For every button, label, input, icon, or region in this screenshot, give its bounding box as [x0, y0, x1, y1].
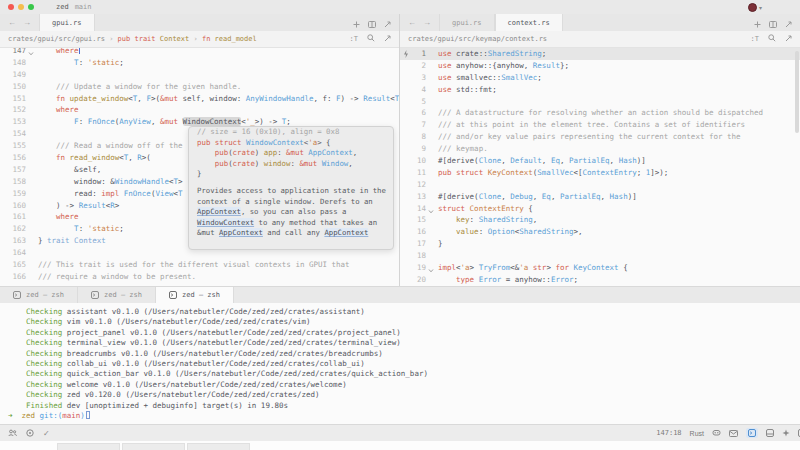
breadcrumb[interactable]: crates/gpui/src/gpui.rs › pub trait Cont… [8, 35, 257, 43]
collab-panel-icon[interactable] [8, 429, 17, 437]
code-text: where [38, 104, 399, 116]
code-line[interactable]: 151 fn update_window<T, F>(&mut self, wi… [0, 93, 399, 105]
screen-share-icon[interactable] [26, 429, 34, 437]
expand-toolbar-icon[interactable] [785, 35, 792, 44]
code-token: for [555, 263, 573, 272]
code-token: > [178, 177, 183, 186]
code-token: crates/gpui/src/gpui.rs [8, 35, 105, 43]
breadcrumb[interactable]: crates/gpui/src/keymap/context.rs [408, 35, 547, 43]
code-line[interactable]: 165/// This trait is used for the differ… [0, 259, 399, 271]
line-number: 152 [0, 104, 26, 116]
minimize-button[interactable] [18, 4, 24, 10]
code-line[interactable]: 2use anyhow::{anyhow, Result}; [400, 60, 800, 72]
split-pane-icon[interactable] [769, 14, 777, 32]
new-tab-icon[interactable] [353, 14, 360, 32]
code-line[interactable]: 3use smallvec::SmallVec; [400, 72, 800, 84]
code-line[interactable]: 166/// require a window to be present. [0, 271, 399, 283]
chevron-down-icon[interactable]: ▾ [759, 4, 762, 11]
dock-panel-icon[interactable] [766, 429, 774, 437]
code-token: #[derive( [438, 192, 479, 201]
split-pane-icon[interactable] [368, 14, 376, 32]
scrollbar-thumb[interactable] [795, 51, 799, 133]
code-line[interactable]: 17} [400, 238, 800, 250]
code-line[interactable]: 20 type Error = anyhow::Error; [400, 274, 800, 286]
code-line[interactable]: 1use crate::SharedString; [400, 48, 800, 60]
code-line[interactable]: 147 where [0, 48, 399, 57]
code-text: } [438, 238, 800, 250]
zoom-pane-icon[interactable] [384, 14, 391, 32]
code-token: › [105, 35, 118, 43]
code-line[interactable]: 13#[derive(Clone, Debug, Eq, PartialEq, … [400, 191, 800, 203]
terminal-output[interactable]: Checking assistant v0.1.0 (/Users/natebu… [0, 303, 800, 424]
terminal-tab-1[interactable]: zed — zsh [0, 287, 78, 303]
doc-link[interactable]: AppContext [219, 228, 263, 237]
search-icon[interactable] [768, 34, 776, 44]
terminal-tab-2[interactable]: zed — zsh [78, 287, 156, 303]
line-number: 2 [400, 60, 426, 72]
close-button[interactable] [8, 4, 14, 10]
code-line[interactable]: 150 /// Update a window for the given ha… [0, 81, 399, 93]
terminal-prompt[interactable]: ➜ zed git:(main) [8, 411, 800, 421]
maximize-button[interactable] [28, 4, 34, 10]
code-editor-right[interactable]: 1use crate::SharedString;2use anyhow::{a… [400, 48, 800, 286]
nav-forward-icon[interactable]: → [423, 18, 431, 27]
code-token: Result [533, 61, 560, 70]
terminal-tab-3[interactable]: zed — zsh [156, 287, 234, 303]
code-line[interactable]: 149 [0, 69, 399, 81]
code-token: : [79, 117, 88, 126]
code-line[interactable]: 5 [400, 96, 800, 108]
code-token: ; [542, 49, 547, 58]
code-token: ContextEntry [470, 204, 524, 213]
code-line[interactable]: 19impl<'a> TryFrom<&'a str> for KeyConte… [400, 262, 800, 274]
code-line[interactable]: 18 [400, 250, 800, 262]
new-tab-icon[interactable] [754, 14, 761, 32]
code-line[interactable]: 9/// keymap. [400, 143, 800, 155]
code-token: F [38, 117, 79, 126]
line-number: 16 [400, 226, 426, 238]
nav-back-icon[interactable]: ← [8, 18, 16, 27]
search-icon[interactable] [367, 34, 375, 44]
code-line[interactable]: 6/// A datastructure for resolving wheth… [400, 107, 800, 119]
code-token: ; [286, 117, 291, 126]
code-token: >( [151, 94, 160, 103]
code-line[interactable]: 148 T: 'static; [0, 57, 399, 69]
assistant-icon[interactable] [782, 429, 790, 437]
code-line[interactable]: 10#[derive(Clone, Default, Eq, PartialEq… [400, 155, 800, 167]
selection-tool-icon[interactable]: :T [350, 35, 358, 43]
code-line[interactable]: 12 [400, 179, 800, 191]
code-token: T [38, 224, 79, 233]
terminal-panel-icon[interactable] [746, 428, 758, 438]
doc-link[interactable]: WindowContext [197, 218, 254, 227]
nav-forward-icon[interactable]: → [23, 18, 31, 27]
code-line[interactable]: 16 value: Option<SharedString>, [400, 226, 800, 238]
doc-link[interactable]: AppContext [197, 207, 241, 216]
code-line[interactable]: 152 where [0, 104, 399, 116]
tab-context-rs[interactable]: context.rs [495, 14, 563, 31]
code-line[interactable]: 15 key: SharedString, [400, 214, 800, 226]
code-token: vim v0.1.0 (/Users/natebutler/Code/zed/z… [62, 317, 310, 326]
line-number: 157 [0, 164, 26, 176]
code-line[interactable]: 4use std::fmt; [400, 84, 800, 96]
zoom-pane-icon[interactable] [785, 14, 792, 32]
tab-gpui-rs[interactable]: gpui.rs [39, 14, 95, 31]
expand-toolbar-icon[interactable] [384, 35, 391, 44]
code-token: &mut [160, 94, 183, 103]
doc-link[interactable]: AppContext [324, 228, 368, 237]
code-line[interactable]: 8/// and/or key value pairs representing… [400, 131, 800, 143]
feedback-icon[interactable] [729, 430, 738, 437]
code-text: use anyhow::{anyhow, Result}; [438, 60, 800, 72]
code-token: > { [317, 138, 330, 147]
diagnostics-ok-icon[interactable]: ✓ [43, 429, 50, 438]
code-line[interactable]: 11pub struct KeyContext(SmallVec<[Contex… [400, 167, 800, 179]
code-line[interactable]: 7/// at this point in the element tree. … [400, 119, 800, 131]
cursor-position[interactable]: 147:18 [656, 429, 681, 437]
nav-back-icon[interactable]: ← [408, 18, 416, 27]
language-indicator[interactable]: Rust [690, 430, 704, 437]
code-line[interactable]: 14struct ContextEntry { [400, 203, 800, 215]
copilot-icon[interactable] [712, 429, 721, 437]
code-token: impl [101, 189, 124, 198]
selection-tool-icon[interactable]: :T [751, 35, 759, 43]
tab-gpui-rs-right[interactable]: gpui.rs [439, 14, 495, 31]
code-token: ; [119, 224, 124, 233]
avatar[interactable] [748, 3, 757, 12]
